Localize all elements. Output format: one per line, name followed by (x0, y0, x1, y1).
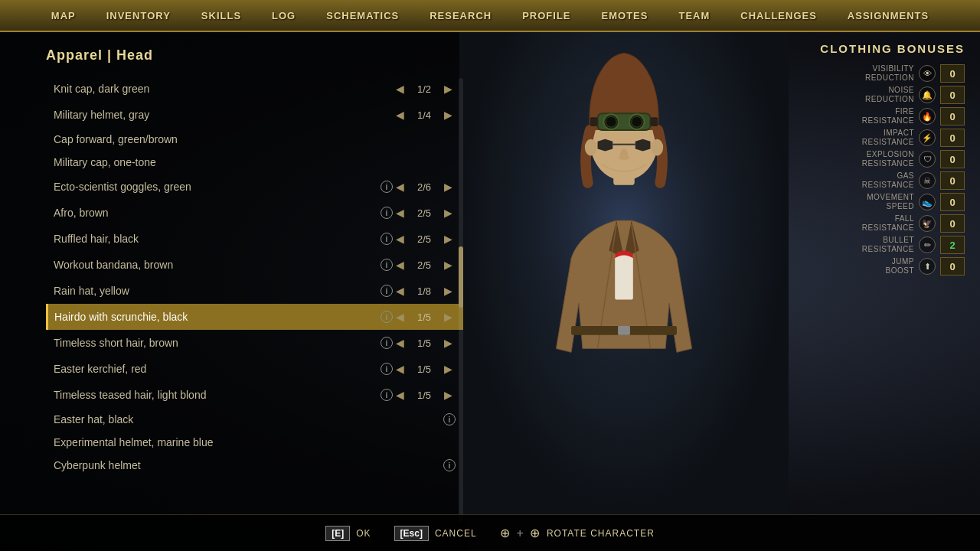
apparel-item[interactable]: Ruffled hair, blacki ◀ 2/5 ▶ (46, 226, 463, 252)
info-icon-11[interactable]: i (381, 363, 393, 375)
counter-val-1: 1/4 (413, 109, 435, 121)
next-arrow-1[interactable]: ▶ (441, 107, 456, 122)
apparel-item[interactable]: Easter hat, blacki (46, 408, 463, 431)
nav-item-profile[interactable]: PROFILE (518, 7, 575, 24)
bonus-row-3: IMPACTRESISTANCE ⚡ 0 (796, 129, 965, 147)
right-panel: CLOTHING BONUSES VISIBILITYREDUCTION 👁 0… (796, 42, 965, 279)
nav-item-assignments[interactable]: ASSIGNMENTS (843, 7, 933, 24)
item-name-7: Workout bandana, brown (54, 259, 376, 271)
next-arrow-4[interactable]: ▶ (441, 179, 456, 194)
bonus-icon-9: ⬆ (919, 258, 936, 275)
prev-arrow-8[interactable]: ◀ (393, 283, 407, 298)
apparel-item[interactable]: Military helmet, gray ◀ 1/4 ▶ (46, 102, 463, 128)
prev-arrow-6[interactable]: ◀ (393, 231, 407, 246)
next-arrow-6[interactable]: ▶ (441, 231, 456, 246)
info-icon-6[interactable]: i (381, 233, 393, 245)
prev-arrow-1[interactable]: ◀ (393, 107, 407, 122)
apparel-item[interactable]: Experimental helmet, marine blue (46, 431, 463, 454)
prev-arrow-10[interactable]: ◀ (393, 335, 407, 350)
bonus-icon-0: 👁 (919, 65, 936, 82)
next-arrow-10[interactable]: ▶ (441, 335, 456, 350)
item-counter-6: ◀ 2/5 ▶ (393, 231, 456, 246)
bonus-label-5: GASRESISTANCE (862, 171, 914, 190)
bonus-value-2: 0 (940, 107, 965, 126)
apparel-item[interactable]: Rain hat, yellowi ◀ 1/8 ▶ (46, 278, 463, 304)
info-icon-9[interactable]: i (381, 311, 393, 323)
apparel-item[interactable]: Afro, browni ◀ 2/5 ▶ (46, 200, 463, 226)
counter-val-9: 1/5 (413, 311, 435, 323)
apparel-item[interactable]: Easter kerchief, redi ◀ 1/5 ▶ (46, 356, 463, 382)
scroll-thumb[interactable] (459, 246, 463, 308)
counter-val-6: 2/5 (413, 233, 435, 245)
prev-arrow-0[interactable]: ◀ (393, 81, 407, 96)
counter-val-4: 2/6 (413, 181, 435, 193)
nav-item-research[interactable]: RESEARCH (425, 7, 496, 24)
prev-arrow-11[interactable]: ◀ (393, 361, 407, 377)
item-name-10: Timeless short hair, brown (54, 337, 376, 349)
svg-rect-11 (590, 117, 598, 126)
nav-item-team[interactable]: TEAM (674, 7, 714, 24)
next-arrow-9[interactable]: ▶ (441, 309, 456, 324)
nav-item-skills[interactable]: SKILLS (197, 7, 246, 24)
bonus-value-0: 0 (940, 64, 965, 83)
info-icon-5[interactable]: i (381, 207, 393, 219)
bonus-icon-2: 🔥 (919, 108, 936, 125)
svg-point-17 (585, 139, 597, 156)
bonus-label-4: EXPLOSIONRESISTANCE (862, 150, 914, 168)
prev-arrow-5[interactable]: ◀ (393, 205, 407, 220)
item-counter-7: ◀ 2/5 ▶ (393, 257, 456, 272)
nav-item-map[interactable]: MAP (47, 7, 80, 24)
apparel-item[interactable]: Timeless teased hair, light blondi ◀ 1/5… (46, 382, 463, 408)
apparel-item[interactable]: Cap forward, green/brown (46, 128, 463, 151)
next-arrow-8[interactable]: ▶ (441, 283, 456, 298)
apparel-item[interactable]: Military cap, one-tone (46, 151, 463, 174)
nav-item-inventory[interactable]: INVENTORY (102, 7, 175, 24)
next-arrow-7[interactable]: ▶ (441, 257, 456, 272)
info-icon-13[interactable]: i (443, 413, 456, 425)
apparel-item[interactable]: Workout bandana, browni ◀ 2/5 ▶ (46, 252, 463, 278)
nav-item-log[interactable]: LOG (267, 7, 300, 24)
prev-arrow-9[interactable]: ◀ (393, 309, 407, 324)
prev-arrow-4[interactable]: ◀ (393, 179, 407, 194)
bonus-icon-4: 🛡 (919, 151, 936, 168)
nav-item-challenges[interactable]: CHALLENGES (736, 7, 822, 24)
next-arrow-5[interactable]: ▶ (441, 205, 456, 220)
apparel-item[interactable]: Cyberpunk helmeti (46, 454, 463, 477)
item-name-6: Ruffled hair, black (54, 233, 376, 245)
bonus-label-7: FALLRESISTANCE (862, 214, 914, 233)
bonus-label-9: JUMPBOOST (885, 257, 914, 276)
svg-rect-13 (619, 119, 629, 124)
item-counter-0: ◀ 1/2 ▶ (393, 81, 456, 96)
apparel-item[interactable]: Knit cap, dark green ◀ 1/2 ▶ (46, 76, 463, 102)
nav-item-schematics[interactable]: SCHEMATICS (322, 7, 403, 24)
bonus-icon-5: ☠ (919, 172, 936, 189)
esc-key: [Esc] (394, 526, 429, 541)
prev-arrow-12[interactable]: ◀ (393, 387, 407, 403)
item-name-9: Hairdo with scrunchie, black (54, 311, 376, 323)
apparel-item[interactable]: Timeless short hair, browni ◀ 1/5 ▶ (46, 330, 463, 356)
info-icon-10[interactable]: i (381, 337, 393, 349)
info-icon-8[interactable]: i (381, 285, 393, 297)
item-name-3: Military cap, one-tone (54, 156, 456, 168)
apparel-item[interactable]: Hairdo with scrunchie, blacki ◀ 1/5 ▶ (46, 304, 463, 330)
next-arrow-0[interactable]: ▶ (441, 81, 456, 96)
counter-val-12: 1/5 (413, 390, 435, 401)
nav-item-emotes[interactable]: EMOTES (597, 7, 653, 24)
info-icon-4[interactable]: i (381, 181, 393, 193)
next-arrow-11[interactable]: ▶ (441, 361, 456, 377)
rotate-label: ROTATE CHARACTER (547, 528, 655, 539)
info-icon-7[interactable]: i (381, 259, 393, 271)
svg-rect-12 (650, 117, 658, 126)
item-name-4: Ecto-scientist goggles, green (54, 181, 376, 193)
item-name-5: Afro, brown (54, 207, 376, 219)
scroll-track[interactable] (459, 78, 463, 522)
ok-label: OK (356, 528, 371, 539)
counter-val-10: 1/5 (413, 337, 435, 349)
apparel-item[interactable]: Ecto-scientist goggles, greeni ◀ 2/6 ▶ (46, 174, 463, 200)
e-key: [E] (325, 526, 350, 541)
info-icon-15[interactable]: i (443, 459, 456, 471)
next-arrow-12[interactable]: ▶ (441, 387, 456, 403)
info-icon-12[interactable]: i (381, 389, 393, 401)
prev-arrow-7[interactable]: ◀ (393, 257, 407, 272)
counter-val-7: 2/5 (413, 259, 435, 271)
